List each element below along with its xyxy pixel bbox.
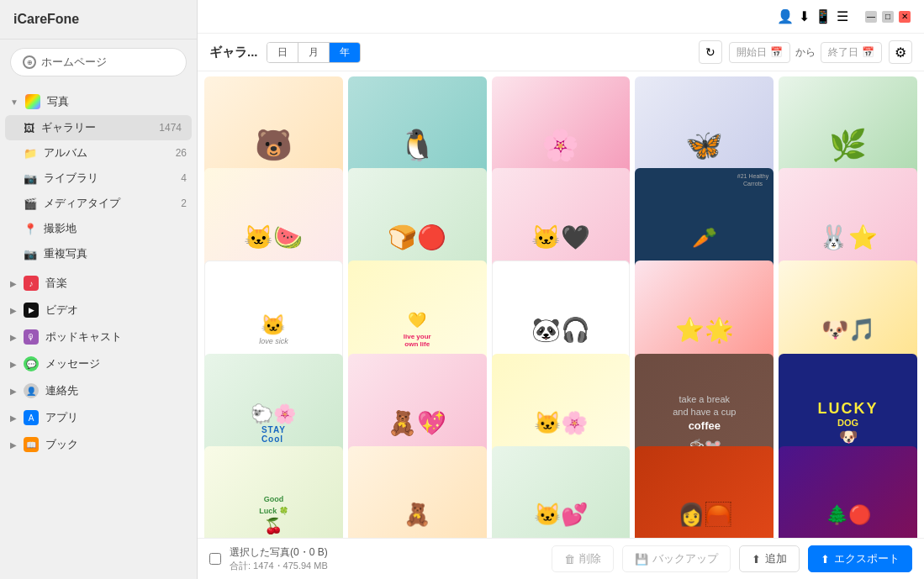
sidebar-item-album[interactable]: 📁 アルバム 26 xyxy=(0,140,197,166)
sidebar-item-duplicate[interactable]: 📷 重複写真 xyxy=(0,241,197,266)
add-label: 追加 xyxy=(765,551,787,566)
book-arrow-icon: ▶ xyxy=(10,440,17,450)
photo-cell[interactable]: 🧸 Cute xyxy=(348,446,487,538)
sidebar-item-podcast[interactable]: ▶ 🎙 ポッドキャスト xyxy=(0,324,197,350)
date-range: 開始日 📅 から 終了日 📅 xyxy=(729,42,882,63)
media-type-badge: 2 xyxy=(181,197,187,209)
book-label: ブック xyxy=(45,437,78,452)
main-content: 👤 ⬇ 📱 ☰ — □ ✕ ギャラ... 日 月 年 ↻ 開始日 📅 から xyxy=(198,0,924,579)
settings-button[interactable]: ⚙ xyxy=(889,40,912,64)
select-all-checkbox[interactable] xyxy=(209,553,221,565)
sidebar-item-location[interactable]: 📍 撮影地 xyxy=(0,216,197,241)
select-total: 合計: 1474・475.94 MB xyxy=(230,560,328,572)
sidebar-item-gallery[interactable]: 🖼 ギャラリー 1474 xyxy=(5,115,192,140)
home-circle-icon: ⊕ xyxy=(23,55,36,69)
bottom-bar: 選択した写真(0・0 B) 合計: 1474・475.94 MB 🗑 削除 💾 … xyxy=(198,538,924,579)
media-type-label: メディアタイプ xyxy=(44,196,120,211)
contact-label: 連絡先 xyxy=(45,383,78,398)
tab-day[interactable]: 日 xyxy=(267,43,298,62)
menu-icon[interactable]: ☰ xyxy=(837,8,848,24)
export-button[interactable]: ⬆ エクスポート xyxy=(808,545,912,572)
message-icon: 💬 xyxy=(24,356,39,371)
home-button[interactable]: ⊕ ホームページ xyxy=(10,48,187,76)
music-arrow-icon: ▶ xyxy=(10,279,17,288)
delete-label: 削除 xyxy=(579,551,601,566)
app-title: iCareFone xyxy=(0,0,197,39)
podcast-label: ポッドキャスト xyxy=(45,329,122,345)
photos-icon xyxy=(25,94,40,109)
backup-icon: 💾 xyxy=(635,553,648,566)
photos-parent[interactable]: ▼ 写真 xyxy=(0,88,197,115)
contact-arrow-icon: ▶ xyxy=(10,387,17,396)
gallery-label: ギャラリー xyxy=(41,120,96,135)
podcast-arrow-icon: ▶ xyxy=(10,333,17,342)
library-label: ライブラリ xyxy=(44,171,98,186)
topbar-icons: 👤 ⬇ 📱 ☰ xyxy=(777,8,848,24)
message-arrow-icon: ▶ xyxy=(10,360,17,369)
library-badge: 4 xyxy=(181,172,187,184)
sidebar-item-library[interactable]: 📷 ライブラリ 4 xyxy=(0,166,197,191)
date-end-label: 終了日 xyxy=(828,45,858,60)
album-icon: 📁 xyxy=(24,147,37,160)
sidebar-item-contact[interactable]: ▶ 👤 連絡先 xyxy=(0,377,197,404)
maximize-button[interactable]: □ xyxy=(882,11,894,23)
album-badge: 26 xyxy=(176,147,187,159)
tab-month[interactable]: 月 xyxy=(298,43,330,62)
sidebar-item-book[interactable]: ▶ 📖 ブック xyxy=(0,431,197,458)
photos-label: 写真 xyxy=(47,94,69,109)
sidebar-item-music[interactable]: ▶ ♪ 音楽 xyxy=(0,270,197,297)
music-icon: ♪ xyxy=(24,276,39,291)
contact-icon: 👤 xyxy=(24,383,39,398)
tab-year[interactable]: 年 xyxy=(330,43,360,62)
select-info: 選択した写真(0・0 B) xyxy=(230,545,328,560)
sidebar-item-media-type[interactable]: 🎬 メディアタイプ 2 xyxy=(0,191,197,216)
app-icon: A xyxy=(24,410,39,425)
library-icon: 📷 xyxy=(24,172,37,185)
date-start-input[interactable]: 開始日 📅 xyxy=(729,42,790,63)
user-icon[interactable]: 👤 xyxy=(777,8,794,24)
media-type-icon: 🎬 xyxy=(24,197,37,210)
location-icon: 📍 xyxy=(24,223,37,235)
photo-cell[interactable]: GoodLuck 🍀 🍒 xyxy=(204,446,343,538)
video-arrow-icon: ▶ xyxy=(10,306,17,315)
video-label: ビデオ xyxy=(45,303,78,318)
window-controls: — □ ✕ xyxy=(865,11,911,23)
add-icon: ⬆ xyxy=(752,553,761,566)
location-label: 撮影地 xyxy=(44,221,77,236)
photo-cell[interactable]: 🐱💕 Love xyxy=(492,446,631,538)
video-icon: ▶ xyxy=(24,303,39,318)
duplicate-icon: 📷 xyxy=(24,248,37,261)
calendar-start-icon: 📅 xyxy=(770,46,783,58)
gallery-icon: 🖼 xyxy=(24,122,34,134)
device-icon[interactable]: 📱 xyxy=(815,8,832,24)
sidebar-item-video[interactable]: ▶ ▶ ビデオ xyxy=(0,297,197,324)
download-icon[interactable]: ⬇ xyxy=(799,8,810,24)
backup-label: バックアップ xyxy=(652,551,718,566)
photo-cell[interactable]: 🌲🔴 xyxy=(779,446,917,538)
close-button[interactable]: ✕ xyxy=(899,11,911,23)
add-button[interactable]: ⬆ 追加 xyxy=(739,545,800,572)
sidebar-item-app[interactable]: ▶ A アプリ xyxy=(0,404,197,431)
delete-button[interactable]: 🗑 削除 xyxy=(552,545,614,572)
photo-cell[interactable]: 👩🦰 xyxy=(635,446,774,538)
music-label: 音楽 xyxy=(45,276,67,291)
date-start-label: 開始日 xyxy=(737,45,767,60)
book-icon: 📖 xyxy=(24,437,39,452)
backup-button[interactable]: 💾 バックアップ xyxy=(622,545,731,572)
delete-icon: 🗑 xyxy=(564,553,575,566)
refresh-button[interactable]: ↻ xyxy=(699,40,722,64)
app-label: アプリ xyxy=(45,410,78,425)
minimize-button[interactable]: — xyxy=(865,11,877,23)
app-arrow-icon: ▶ xyxy=(10,413,17,423)
sidebar-item-message[interactable]: ▶ 💬 メッセージ xyxy=(0,350,197,377)
gallery-toolbar: ギャラ... 日 月 年 ↻ 開始日 📅 から 終了日 📅 ⚙ xyxy=(198,34,924,71)
duplicate-label: 重複写真 xyxy=(44,246,87,261)
photos-arrow-icon: ▼ xyxy=(10,97,18,107)
export-icon: ⬆ xyxy=(821,553,830,566)
album-label: アルバム xyxy=(44,145,87,161)
date-end-input[interactable]: 終了日 📅 xyxy=(821,42,882,63)
view-tabs: 日 月 年 xyxy=(267,42,361,63)
sidebar: iCareFone ⊕ ホームページ ▼ 写真 🖼 ギャラリー 1474 📁 ア… xyxy=(0,0,198,579)
gallery-title: ギャラ... xyxy=(209,45,260,61)
from-label: から xyxy=(795,45,816,60)
